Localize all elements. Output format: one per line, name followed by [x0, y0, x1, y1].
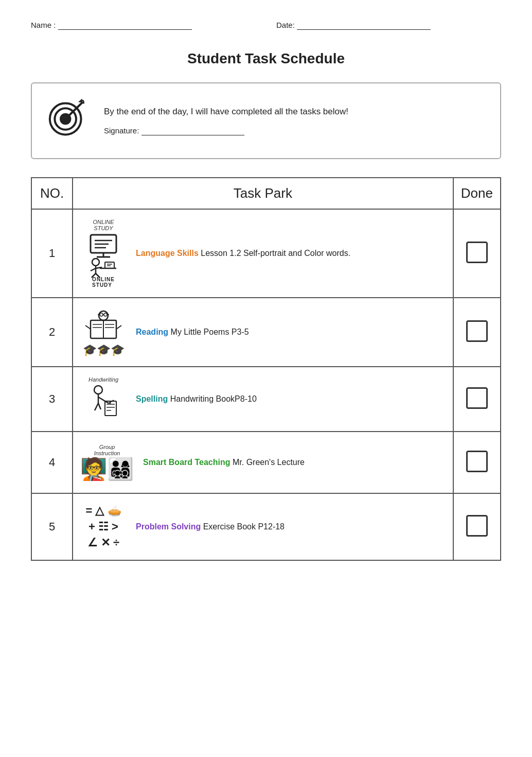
task-cell: = △ 🥧 + ☷ > ∠ ✕ ÷ Problem Solving Exerci… — [73, 493, 453, 560]
svg-line-38 — [95, 403, 98, 410]
task-cell: GroupInstruction 🧑‍🏫👨‍👩‍👧‍👦 Smart Board … — [73, 432, 453, 493]
done-cell[interactable] — [453, 493, 501, 560]
name-line — [58, 21, 192, 30]
table-row: 3Handwriting Spellin — [31, 367, 501, 432]
signature-underline — [141, 126, 244, 135]
done-checkbox[interactable] — [466, 242, 488, 263]
row-number: 5 — [31, 493, 73, 560]
done-cell[interactable] — [453, 298, 501, 367]
table-row: 4GroupInstruction 🧑‍🏫👨‍👩‍👧‍👦 Smart Board… — [31, 432, 501, 493]
signature-line: Signature: — [104, 126, 485, 135]
name-field: Name : — [31, 21, 256, 30]
col-header-task: Task Park — [73, 178, 453, 209]
row-number: 3 — [31, 367, 73, 432]
done-cell[interactable] — [453, 209, 501, 298]
target-icon — [47, 96, 88, 145]
done-cell[interactable] — [453, 367, 501, 432]
svg-line-40 — [98, 397, 109, 403]
task-label-colored: Language Skills — [136, 249, 199, 257]
page-title: Student Task Schedule — [31, 50, 501, 67]
row-number: 4 — [31, 432, 73, 493]
reading-icon: 🎓🎓🎓 — [83, 307, 125, 357]
task-cell: 🎓🎓🎓 Reading My Little Poems P3-5 — [73, 298, 453, 367]
online-study-icon: ONLINESTUDY — [85, 232, 121, 288]
task-label-colored: Spelling — [136, 394, 168, 403]
done-checkbox[interactable] — [466, 515, 488, 537]
task-label-rest: Handwriting BookP8-10 — [168, 394, 257, 403]
task-label-rest: My Little Poems P3-5 — [168, 328, 249, 336]
task-label-rest: Exercise Book P12-18 — [201, 522, 285, 531]
task-label-rest: Lesson 1.2 Self-portrait and Color words… — [199, 249, 350, 257]
svg-point-30 — [104, 313, 107, 316]
done-cell[interactable] — [453, 432, 501, 493]
task-label-rest: Mr. Green's Lecture — [230, 458, 305, 467]
goal-text-area: By the end of the day, I will have compl… — [104, 107, 485, 135]
group-instruction-icon: 🧑‍🏫👨‍👩‍👧‍👦 — [80, 457, 134, 481]
done-checkbox[interactable] — [466, 320, 488, 342]
table-row: 2 — [31, 298, 501, 367]
svg-point-36 — [94, 386, 102, 394]
date-field: Date: — [276, 21, 501, 30]
math-icon: = △ 🥧 + ☷ > ∠ ✕ ÷ — [85, 503, 121, 550]
task-cell: Handwriting Spelling — [73, 367, 453, 432]
table-row: 5 = △ 🥧 + ☷ > ∠ ✕ ÷ Problem Solving Exer… — [31, 493, 501, 560]
task-label-colored: Problem Solving — [136, 522, 201, 531]
svg-line-16 — [91, 268, 96, 271]
task-label-colored: Reading — [136, 328, 168, 336]
svg-line-35 — [116, 325, 121, 329]
task-cell: ONLINESTUDY — [73, 209, 453, 298]
done-checkbox[interactable] — [466, 387, 488, 409]
col-header-done: Done — [453, 178, 501, 209]
task-label-colored: Smart Board Teaching — [143, 458, 230, 467]
header: Name : Date: — [31, 21, 501, 30]
date-label: Date: — [276, 21, 295, 29]
handwriting-icon — [85, 384, 121, 422]
svg-point-29 — [100, 313, 103, 316]
svg-line-39 — [98, 403, 101, 409]
signature-label: Signature: — [104, 126, 139, 135]
table-row: 1ONLINESTUDY — [31, 209, 501, 298]
date-line — [297, 21, 431, 30]
goal-box: By the end of the day, I will have compl… — [31, 82, 501, 159]
task-table: NO. Task Park Done 1ONLINESTUDY — [31, 177, 501, 561]
goal-text: By the end of the day, I will have compl… — [104, 107, 485, 117]
svg-point-12 — [92, 259, 99, 266]
name-label: Name : — [31, 21, 56, 29]
svg-rect-19 — [105, 262, 114, 268]
svg-line-34 — [85, 325, 91, 329]
col-header-no: NO. — [31, 178, 73, 209]
done-checkbox[interactable] — [466, 451, 488, 472]
row-number: 1 — [31, 209, 73, 298]
row-number: 2 — [31, 298, 73, 367]
